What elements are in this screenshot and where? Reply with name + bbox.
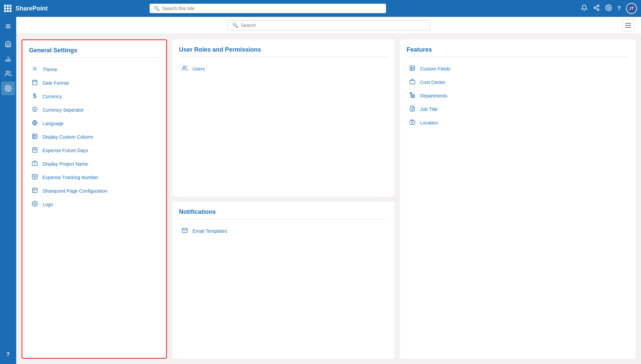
svg-rect-49 [32, 188, 37, 193]
svg-rect-54 [410, 66, 415, 71]
settings-item-project-label: Display Project Name [43, 161, 88, 167]
features-item-job-title[interactable]: Job Title [407, 103, 629, 116]
avatar[interactable]: JT [626, 3, 637, 14]
svg-point-53 [183, 66, 185, 68]
currency-icon [31, 93, 39, 100]
svg-point-13 [6, 71, 8, 74]
features-item-job-title-label: Job Title [420, 107, 438, 112]
content-area: 🔍 General Settings [16, 17, 641, 364]
sidebar-hamburger[interactable] [1, 20, 15, 33]
theme-icon [31, 66, 39, 73]
sidebar-item-analytics[interactable] [1, 52, 15, 65]
notifications-item-email-label: Email Templates [193, 228, 227, 234]
settings-item-logo[interactable]: Logo [29, 198, 159, 211]
cost-center-icon [409, 79, 416, 86]
settings-item-expense-days[interactable]: Expense Future Days [29, 144, 159, 157]
svg-point-0 [597, 5, 599, 6]
settings-item-currency-sep-label: Currency Seperator [43, 107, 84, 113]
svg-line-3 [595, 8, 597, 9]
help-icon[interactable]: ? [617, 5, 621, 11]
svg-point-48 [34, 177, 35, 178]
settings-item-language-label: Language [43, 121, 63, 126]
svg-rect-46 [32, 174, 37, 179]
settings-item-currency[interactable]: Currency [29, 90, 159, 103]
location-icon [409, 119, 416, 127]
general-settings-list: Theme Date Format [29, 63, 159, 211]
date-format-icon [31, 79, 39, 87]
svg-point-1 [594, 7, 596, 8]
settings-item-tracking[interactable]: Expense Tracking Number [29, 171, 159, 184]
tracking-icon [31, 174, 39, 181]
features-item-cost-center-label: Cost Center [420, 80, 445, 85]
content-search-icon: 🔍 [232, 23, 238, 28]
settings-item-expense-days-label: Expense Future Days [43, 148, 88, 153]
topbar: SharePoint 🔍 ? JT [0, 0, 641, 17]
general-settings-panel: General Settings Theme [22, 39, 167, 359]
sidebar-item-help[interactable]: ? [1, 348, 15, 361]
content-search-input[interactable] [241, 23, 425, 28]
features-item-departments[interactable]: Departments [407, 89, 629, 102]
features-item-location-label: Location [420, 120, 438, 125]
sidebar: ? [0, 17, 16, 364]
user-roles-title: User Roles and Permissions [179, 46, 388, 57]
topbar-settings-icon[interactable] [605, 4, 612, 13]
svg-point-69 [412, 122, 413, 123]
user-roles-panel: User Roles and Permissions [172, 39, 394, 196]
job-title-icon [409, 106, 416, 113]
users-icon [181, 65, 188, 73]
svg-point-14 [7, 88, 9, 89]
settings-item-theme[interactable]: Theme [29, 63, 159, 76]
custom-col-icon [31, 133, 39, 141]
svg-line-18 [33, 67, 33, 67]
general-settings-title: General Settings [29, 47, 159, 58]
settings-item-sharepoint[interactable]: Sharepoint Page Configuration [29, 185, 159, 197]
settings-item-date-format[interactable]: Date Format [29, 77, 159, 89]
svg-line-22 [33, 71, 33, 71]
sidebar-item-people[interactable] [1, 67, 15, 80]
features-panel: Features Custom Fields [400, 39, 636, 359]
features-item-cost-center[interactable]: Cost Center [407, 76, 629, 89]
topbar-search-box[interactable]: 🔍 [150, 4, 386, 13]
svg-line-23 [36, 67, 37, 67]
settings-item-currency-sep[interactable]: Currency Seperator [29, 104, 159, 116]
notifications-list: Email Templates [179, 225, 388, 237]
notifications-panel: Notifications Email Templates [172, 202, 394, 359]
share-icon[interactable] [593, 4, 600, 13]
content-search-wrap[interactable]: 🔍 [227, 20, 430, 30]
topbar-search-icon: 🔍 [154, 6, 159, 11]
topbar-search-input[interactable] [162, 6, 382, 11]
notifications-icon[interactable] [581, 4, 588, 13]
user-roles-list: Users [179, 62, 388, 75]
app-launcher-button[interactable] [4, 5, 11, 12]
sidebar-item-home[interactable] [1, 37, 15, 51]
email-templates-icon [181, 227, 188, 235]
settings-item-custom-col-label: Display Custom Column [43, 134, 93, 140]
notifications-item-email[interactable]: Email Templates [179, 225, 388, 237]
svg-rect-59 [410, 93, 412, 94]
settings-item-project[interactable]: Display Project Name [29, 158, 159, 170]
topbar-right-icons: ? JT [581, 3, 637, 14]
notifications-title: Notifications [179, 208, 388, 219]
menu-lines-button[interactable] [622, 19, 634, 31]
project-icon [31, 160, 39, 168]
svg-point-15 [34, 68, 36, 70]
features-item-custom-fields[interactable]: Custom Fields [407, 62, 629, 75]
svg-point-5 [608, 7, 610, 8]
settings-item-theme-label: Theme [43, 67, 57, 72]
settings-item-date-label: Date Format [43, 80, 69, 86]
brand-name: SharePoint [16, 5, 48, 12]
settings-item-logo-label: Logo [43, 202, 53, 207]
features-item-custom-fields-label: Custom Fields [420, 66, 450, 72]
settings-item-language[interactable]: Language [29, 117, 159, 130]
svg-line-19 [36, 71, 37, 71]
settings-item-custom-col[interactable]: Display Custom Column [29, 131, 159, 143]
settings-item-currency-label: Currency [43, 94, 62, 99]
user-roles-item-users[interactable]: Users [179, 62, 388, 75]
content-search-bar: 🔍 [16, 17, 641, 34]
features-item-location[interactable]: Location [407, 116, 629, 129]
main-layout: ? 🔍 General Settings [0, 17, 641, 364]
svg-rect-24 [32, 80, 37, 85]
svg-rect-68 [410, 121, 415, 124]
user-roles-item-label: Users [193, 66, 205, 72]
sidebar-item-settings[interactable] [1, 82, 15, 95]
